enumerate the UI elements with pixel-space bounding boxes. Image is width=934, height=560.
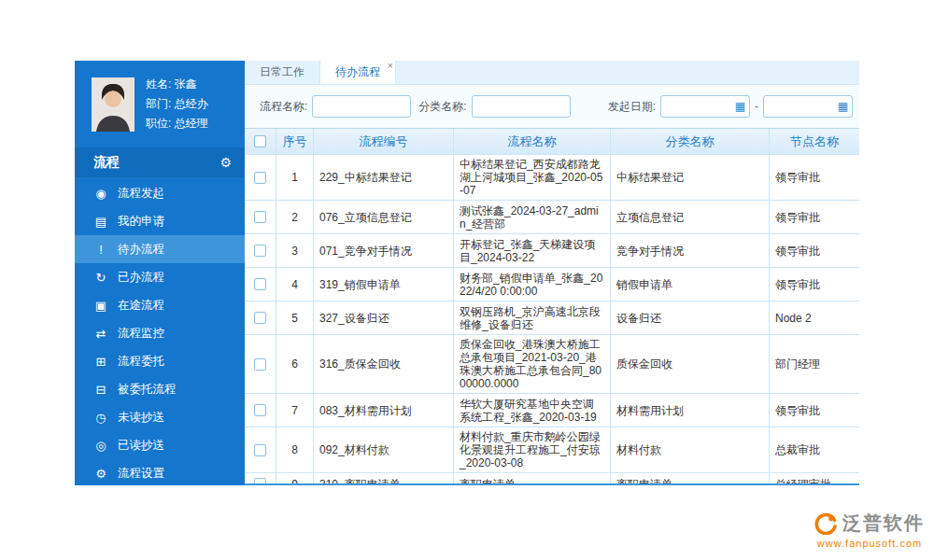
sidebar-menu: ◉ 流程发起 ▤ 我的申请 ! 待办流程 ↻ 已办流程 ▣ 在途流程 ⇄ 流程监…: [75, 177, 245, 487]
start-date-field: ▦: [660, 95, 750, 118]
table-header-row: 序号 流程编号 流程名称 分类名称 节点名称: [245, 129, 859, 155]
sidebar-item-process-delegation[interactable]: ⊞ 流程委托: [75, 347, 245, 375]
redo-icon: ↻: [93, 271, 108, 285]
sidebar-item-read-cc[interactable]: ◎ 已读抄送: [75, 431, 245, 459]
node-name: 领导审批: [770, 268, 859, 301]
table-row[interactable]: 8 092_材料付款 材料付款_重庆市鹅岭公园绿化景观提升工程施工_付安琼_20…: [245, 427, 859, 473]
category-name-input[interactable]: [472, 95, 571, 118]
sidebar-item-unread-cc[interactable]: ◷ 未读抄送: [75, 403, 245, 431]
tab-daily-work[interactable]: 日常工作: [245, 61, 319, 84]
table-row[interactable]: 1 229_中标结果登记 中标结果登记_西安成都路龙湖上河城项目_张鑫_2020…: [245, 155, 859, 201]
sidebar-item-label: 在途流程: [118, 298, 164, 314]
profile-title: 职位: 总经理: [146, 114, 208, 133]
process-name: 双钢压路机_京沪高速北京段维修_设备归还: [454, 301, 611, 334]
table-row[interactable]: 2 076_立项信息登记 测试张鑫_2024-03-27_admin_经营部 立…: [245, 201, 859, 234]
calendar-icon[interactable]: ▦: [735, 100, 745, 113]
row-checkbox[interactable]: [254, 172, 266, 184]
filter-bar: 流程名称: 分类名称: 发起日期: ▦ - ▦ 发起: [245, 85, 859, 128]
process-code: 229_中标结果登记: [314, 155, 454, 200]
process-code: 076_立项信息登记: [314, 201, 454, 233]
row-number: 2: [276, 201, 314, 233]
sidebar-item-delegated-processes[interactable]: ⊟ 被委托流程: [75, 375, 245, 403]
sidebar-item-label: 已办流程: [118, 270, 164, 286]
close-icon[interactable]: ×: [388, 61, 393, 71]
row-number: 5: [276, 301, 314, 334]
row-number: 3: [276, 234, 314, 267]
sidebar-item-label: 流程设置: [118, 466, 164, 482]
table-row[interactable]: 3 071_竞争对手情况 开标登记_张鑫_天梯建设项目_2024-03-22 竞…: [245, 234, 859, 268]
sidebar-item-pending-processes[interactable]: ! 待办流程: [75, 235, 245, 263]
table-row[interactable]: 5 327_设备归还 双钢压路机_京沪高速北京段维修_设备归还 设备归还 Nod…: [245, 301, 859, 335]
profile-card: 姓名: 张鑫 部门: 总经办 职位: 总经理: [75, 61, 245, 147]
sidebar-item-in-transit-processes[interactable]: ▣ 在途流程: [75, 291, 245, 319]
tab-pending-processes[interactable]: 待办流程 ×: [319, 61, 396, 84]
node-name: 领导审批: [770, 155, 859, 200]
tab-label: 待办流程: [335, 65, 380, 78]
sidebar-item-process-monitor[interactable]: ⇄ 流程监控: [75, 319, 245, 347]
process-name: 测试张鑫_2024-03-27_admin_经营部: [454, 201, 611, 233]
process-name: 中标结果登记_西安成都路龙湖上河城项目_张鑫_2020-05-07: [454, 155, 611, 200]
category-name: 材料需用计划: [611, 394, 770, 427]
target-icon: ◎: [93, 439, 108, 453]
profile-dept: 部门: 总经办: [146, 94, 208, 114]
end-date-field: ▦: [763, 95, 853, 118]
row-checkbox[interactable]: [254, 478, 266, 483]
process-name: 财务部_销假申请单_张鑫_2022/4/20 0:00:00: [454, 268, 611, 301]
process-code: 083_材料需用计划: [314, 394, 454, 427]
monitor-icon: ⇄: [93, 327, 108, 341]
row-number: 4: [276, 268, 314, 301]
column-header-code: 流程编号: [314, 129, 454, 154]
gear-icon[interactable]: ⚙: [219, 155, 232, 170]
row-number: 6: [276, 335, 314, 393]
category-name: 竞争对手情况: [611, 234, 770, 267]
column-header-name: 流程名称: [454, 129, 611, 154]
process-name: 离职申请单: [454, 473, 611, 483]
process-name: 华软大厦研究基地中央空调系统工程_张鑫_2020-03-19: [454, 394, 611, 427]
category-name-label: 分类名称:: [418, 99, 466, 115]
sidebar-section-header: 流程 ⚙: [75, 147, 245, 177]
alert-icon: !: [93, 243, 108, 257]
row-number: 7: [276, 394, 314, 427]
compass-icon: ◉: [93, 187, 108, 201]
node-name: 领导审批: [770, 234, 859, 267]
node-name: 领导审批: [770, 394, 859, 427]
row-checkbox[interactable]: [254, 211, 266, 223]
table-row[interactable]: 7 083_材料需用计划 华软大厦研究基地中央空调系统工程_张鑫_2020-03…: [245, 394, 859, 427]
node-name: 部门经理: [770, 335, 859, 393]
process-code: 327_设备归还: [314, 301, 454, 334]
section-title: 流程: [93, 154, 120, 171]
table-row[interactable]: 4 319_销假申请单 财务部_销假申请单_张鑫_2022/4/20 0:00:…: [245, 268, 859, 301]
sidebar-item-label: 我的申请: [118, 214, 164, 230]
table-row[interactable]: 6 316_质保金回收 质保金回收_港珠澳大桥施工总承包项目_2021-03-2…: [245, 335, 859, 394]
row-checkbox[interactable]: [254, 245, 266, 257]
calendar-icon[interactable]: ▦: [838, 100, 848, 113]
date-range-separator: -: [755, 100, 758, 113]
document-icon: ▤: [93, 215, 108, 229]
brand-url: www.fanpusoft.com: [814, 538, 925, 549]
sidebar-item-label: 流程委托: [118, 354, 164, 370]
gear-icon: ⚙: [93, 467, 108, 481]
column-header-node: 节点名称: [770, 129, 859, 154]
process-name-input[interactable]: [312, 95, 411, 118]
process-code: 319_销假申请单: [314, 268, 454, 301]
select-all-checkbox[interactable]: [254, 135, 266, 147]
category-name: 立项信息登记: [611, 201, 770, 233]
profile-photo: [92, 77, 134, 132]
row-checkbox[interactable]: [254, 404, 266, 416]
sidebar: 姓名: 张鑫 部门: 总经办 职位: 总经理 流程 ⚙ ◉ 流程发起 ▤ 我的申…: [75, 61, 245, 485]
sidebar-item-process-start[interactable]: ◉ 流程发起: [75, 179, 245, 207]
process-name-label: 流程名称:: [260, 99, 307, 115]
node-name: 总经理审批: [770, 473, 859, 483]
sidebar-item-label: 未读抄送: [118, 410, 164, 426]
process-name: 质保金回收_港珠澳大桥施工总承包项目_2021-03-20_港珠澳大桥施工总承包…: [454, 335, 611, 393]
sidebar-item-done-processes[interactable]: ↻ 已办流程: [75, 263, 245, 291]
row-checkbox[interactable]: [254, 312, 266, 324]
sidebar-item-my-applications[interactable]: ▤ 我的申请: [75, 207, 245, 235]
delegate-icon: ⊞: [93, 355, 108, 369]
row-checkbox[interactable]: [254, 444, 266, 456]
row-checkbox[interactable]: [254, 278, 266, 290]
row-checkbox[interactable]: [254, 358, 266, 371]
sidebar-item-process-settings[interactable]: ⚙ 流程设置: [75, 459, 245, 487]
table-row[interactable]: 9 310_离职申请单 离职申请单 离职申请单 总经理审批: [245, 473, 859, 483]
sidebar-item-label: 流程发起: [118, 186, 164, 202]
